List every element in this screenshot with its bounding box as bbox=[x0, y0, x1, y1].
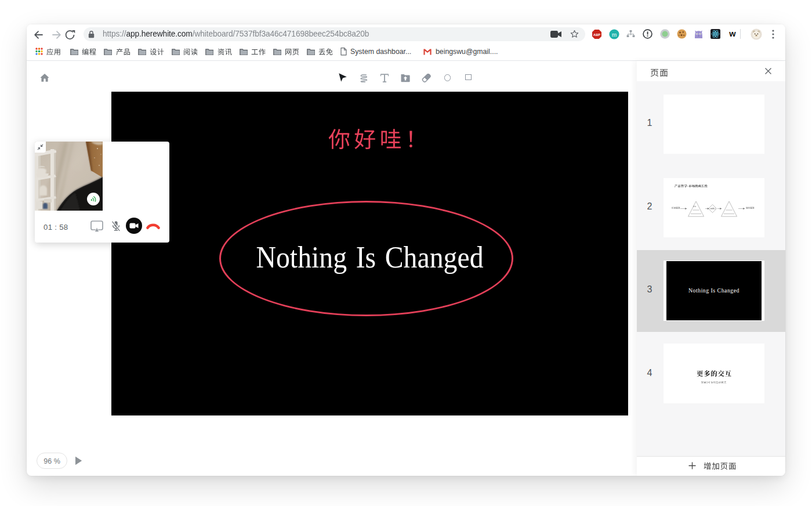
svg-text:m: m bbox=[612, 31, 617, 38]
svg-text:ABP: ABP bbox=[593, 33, 600, 37]
